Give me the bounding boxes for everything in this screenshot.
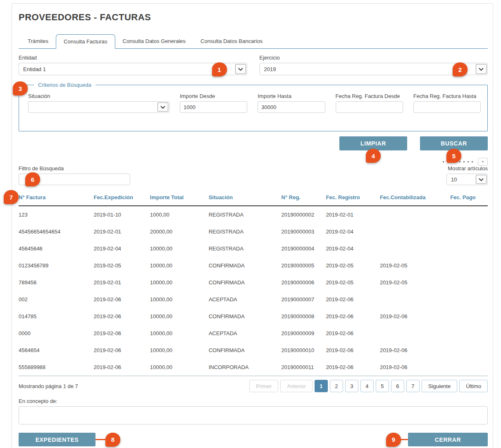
chevron-down-icon[interactable] — [476, 64, 487, 74]
fecha-reg-hasta-input[interactable] — [413, 101, 481, 113]
table-cell — [450, 274, 488, 291]
ejercicio-select[interactable]: 2019 2 — [260, 63, 488, 75]
fecha-reg-desde-input[interactable] — [336, 101, 403, 113]
table-cell: 002 — [19, 291, 94, 308]
table-cell: 10000,00 — [150, 359, 209, 376]
importe-hasta-label: Importe Hasta — [258, 93, 325, 99]
toolbar-dropdown-button[interactable]: ▼ — [478, 158, 488, 166]
pagination-buttons: PrimerAnterior1234567SiguienteÚltimo — [247, 380, 488, 392]
mostrar-articulos-select[interactable]: 10 — [446, 174, 488, 185]
importe-hasta-input[interactable] — [258, 101, 325, 113]
criterios-busqueda-fieldset: Criterios de Búsqueda 3 Situación Import… — [19, 82, 488, 131]
fecha-reg-desde-label: Fecha Reg. Factura Desde — [336, 93, 403, 99]
table-cell: 2019-02-05 — [94, 257, 150, 274]
table-cell: 10000,00 — [150, 308, 209, 325]
annotation-badge-3: 3 — [13, 81, 28, 95]
page-button-5[interactable]: 5 — [376, 380, 389, 392]
table-cell: 2019-02-04 — [326, 240, 380, 257]
table-cell — [450, 206, 488, 223]
page-button-1[interactable]: 1 — [315, 380, 328, 392]
table-cell: 20190000009 — [282, 325, 326, 342]
importe-desde-input[interactable] — [180, 101, 247, 113]
table-cell: 2019-02-06 — [380, 342, 450, 359]
table-row: 5558899882019-02-0610000,00INCORPORADA20… — [19, 359, 488, 376]
table-cell — [450, 359, 488, 376]
table-row: 0147852019-02-0610000,00CONFIRMADA201900… — [19, 308, 488, 325]
page-button-3[interactable]: 3 — [345, 380, 358, 392]
table-cell: 20190000010 — [282, 342, 326, 359]
table-cell: 20190000002 — [282, 206, 326, 223]
criterios-busqueda-legend: Criterios de Búsqueda — [34, 82, 95, 88]
annotation-badge-9: 9 — [386, 433, 401, 447]
table-row: 1232019-01-101000,00REGISTRADA2019000000… — [19, 206, 488, 223]
table-cell: 45456654654654 — [19, 223, 94, 240]
limpiar-button[interactable]: LIMPIAR — [339, 136, 407, 150]
tab-bar: Trámites Consulta Facturas Consulta Dato… — [19, 34, 488, 49]
column-header: Situación — [209, 192, 282, 206]
page-button-7[interactable]: 7 — [406, 380, 420, 392]
column-header: N° Factura — [19, 192, 94, 206]
table-cell — [450, 308, 488, 325]
page-button-2[interactable]: 2 — [330, 380, 343, 392]
table-cell: REGISTRADA — [209, 206, 282, 223]
table-cell: 2019-02-05 — [380, 257, 450, 274]
tab-consulta-facturas[interactable]: Consulta Facturas — [56, 34, 115, 49]
table-cell — [450, 257, 488, 274]
table-cell: CONFIRMADA — [209, 308, 282, 325]
table-cell: 2019-02-06 — [326, 291, 380, 308]
invoices-table: 7 N° FacturaFec.ExpediciónImporte TotalS… — [19, 192, 488, 376]
table-cell: 20190000006 — [282, 274, 326, 291]
table-cell: 1000,00 — [150, 206, 209, 223]
table-row: 456456462019-02-0410000,00REGISTRADA2019… — [19, 240, 488, 257]
annotation-badge-4: 4 — [366, 149, 381, 163]
table-cell: 123 — [19, 206, 94, 223]
table-cell: CONFIRMADA — [209, 342, 282, 359]
table-cell: 2019-02-06 — [326, 342, 380, 359]
page-button-4[interactable]: 4 — [360, 380, 374, 392]
table-cell: REGISTRADA — [209, 223, 282, 240]
table-cell: 2019-02-06 — [94, 308, 150, 325]
table-cell: 2019-02-06 — [94, 342, 150, 359]
expedientes-button[interactable]: EXPEDIENTES — [19, 433, 95, 446]
table-cell: 2019-02-06 — [94, 291, 150, 308]
table-cell: 2019-02-04 — [94, 240, 150, 257]
table-cell: 2019-02-01 — [326, 206, 380, 223]
tab-tramites[interactable]: Trámites — [20, 34, 56, 48]
mostrar-articulos-value: 10 — [451, 176, 457, 183]
tab-consulta-datos-bancarios[interactable]: Consulta Datos Bancarios — [193, 34, 270, 48]
situacion-select[interactable] — [28, 101, 169, 113]
chevron-down-icon[interactable] — [235, 64, 246, 74]
table-header-row: N° FacturaFec.ExpediciónImporte TotalSit… — [19, 192, 488, 206]
table-cell: 2019-02-06 — [94, 325, 150, 342]
en-concepto-de-textarea[interactable] — [19, 406, 488, 424]
table-cell: 0000 — [19, 325, 94, 342]
page-button-primer[interactable]: Primer — [249, 380, 278, 392]
annotation-badge-5: 5 — [446, 149, 461, 163]
page-button-6[interactable]: 6 — [391, 380, 404, 392]
column-header: Fec. Pago — [450, 192, 488, 206]
buscar-button[interactable]: BUSCAR — [420, 136, 488, 150]
column-header: Fec. Registro — [326, 192, 380, 206]
table-cell — [380, 325, 450, 342]
table-cell: 10000,00 — [150, 325, 209, 342]
chevron-down-icon[interactable] — [157, 102, 168, 112]
page-button-siguiente[interactable]: Siguiente — [422, 380, 457, 392]
table-cell: 20190000004 — [282, 240, 326, 257]
table-cell: CONFIRMADA — [209, 257, 282, 274]
table-cell: 2019-02-05 — [326, 274, 380, 291]
page-button-anterior[interactable]: Anterior — [280, 380, 313, 392]
table-cell: 2019-02-01 — [94, 223, 150, 240]
column-header: Importe Total — [150, 192, 209, 206]
table-cell — [450, 342, 488, 359]
tab-consulta-datos-generales[interactable]: Consulta Datos Generales — [115, 34, 193, 48]
cerrar-button[interactable]: CERRAR — [408, 433, 488, 446]
page-button-último[interactable]: Último — [459, 380, 488, 392]
annotation-badge-1: 1 — [212, 62, 227, 76]
table-cell: 20190000008 — [282, 308, 326, 325]
entidad-select[interactable]: Entidad 1 1 — [19, 63, 247, 75]
table-row: 00002019-02-0610000,00ACEPTADA2019000000… — [19, 325, 488, 342]
annotation-badge-6: 6 — [25, 172, 40, 186]
table-cell: 2019-02-06 — [94, 359, 150, 376]
chevron-down-icon[interactable] — [476, 175, 487, 184]
table-cell — [450, 240, 488, 257]
